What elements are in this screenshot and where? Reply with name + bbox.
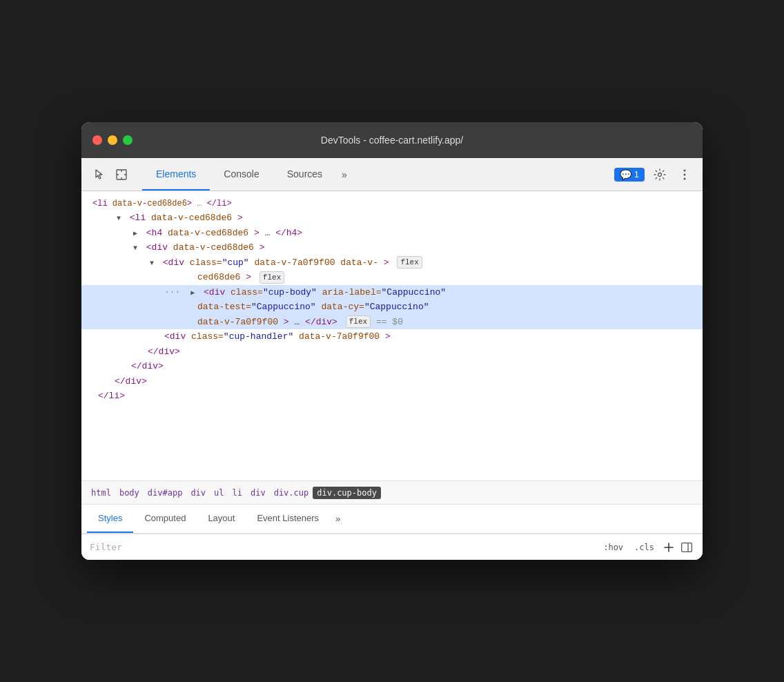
style-tab-event-listeners[interactable]: Event Listeners [246,505,330,533]
hov-filter-button[interactable]: :hov [599,541,627,554]
filter-bar: :hov .cls [81,534,703,560]
flex-badge[interactable]: flex [259,271,284,284]
html-line[interactable]: <div class="cup" data-v-7a0f9f00 data-v-… [81,255,703,271]
breadcrumb-item-ul[interactable]: ul [210,487,228,499]
svg-point-6 [684,169,686,171]
elements-panel: <li data-v-ced68de6> … </li> <li data-v-… [81,191,703,481]
devtools-toolbar-icons [90,158,131,191]
window-title: DevTools - coffee-cart.netlify.app/ [321,135,463,146]
selected-html-line[interactable]: ··· <div class="cup-body" aria-label="Ca… [81,285,703,300]
svg-point-7 [684,173,686,175]
html-line[interactable]: <div data-v-ced68de6 > [81,240,703,255]
expand-icon[interactable] [148,256,156,270]
expand-icon[interactable] [131,226,139,240]
tab-bar-right: 💬 1 [614,158,694,191]
styles-panel: Styles Computed Layout Event Listeners »… [81,505,703,560]
inspect-icon[interactable] [112,165,131,184]
breadcrumb-item-divcup[interactable]: div.cup [270,487,313,499]
notification-button[interactable]: 💬 1 [614,168,645,182]
breadcrumb-item-divcupbody[interactable]: div.cup-body [313,487,381,499]
breadcrumb-item-divapp[interactable]: div#app [144,487,187,499]
element-menu-dots[interactable]: ··· [164,287,180,298]
tab-elements[interactable]: Elements [142,158,210,191]
chat-icon: 💬 [620,169,631,180]
traffic-lights [92,135,133,145]
breadcrumb-item-html[interactable]: html [87,487,115,499]
maximize-button[interactable] [123,135,133,145]
tab-bar: Elements Console Sources » 💬 1 [81,158,703,191]
html-line[interactable]: </li> [81,389,703,404]
breadcrumb-bar: html body div#app div ul li div div.cup … [81,481,703,505]
add-style-rule-button[interactable] [661,540,676,555]
style-tab-more-button[interactable]: » [330,505,346,533]
flex-badge[interactable]: flex [397,256,422,269]
html-line[interactable]: </div> [81,374,703,389]
svg-point-5 [658,173,662,176]
more-options-button[interactable] [675,165,694,184]
tab-more-button[interactable]: » [336,158,353,191]
tab-console[interactable]: Console [210,158,273,191]
devtools-window: DevTools - coffee-cart.netlify.app/ El [81,122,703,560]
svg-point-8 [684,177,686,179]
breadcrumb-item-li[interactable]: li [228,487,246,499]
toggle-sidebar-button[interactable] [679,540,694,555]
style-tab-layout[interactable]: Layout [197,505,246,533]
html-line-continued: ced68de6 > flex [81,270,703,285]
svg-rect-11 [682,543,692,552]
cls-filter-button[interactable]: .cls [630,541,658,554]
filter-input[interactable] [90,542,594,552]
html-line[interactable]: <div class="cup-handler" data-v-7a0f9f00… [81,329,703,344]
minimize-button[interactable] [108,135,117,145]
tab-sources[interactable]: Sources [273,158,336,191]
filter-actions: :hov .cls [599,540,694,555]
selected-html-line-cont[interactable]: data-test="Cappuccino" data-cy="Cappucci… [81,300,703,315]
style-tab-styles[interactable]: Styles [87,505,133,533]
close-button[interactable] [92,135,102,145]
cursor-icon[interactable] [90,165,109,184]
html-line[interactable]: <li data-v-ced68de6 > [81,211,703,226]
selected-html-line-cont2[interactable]: data-v-7a0f9f00 > … </div> flex == $0 [81,315,703,330]
settings-button[interactable] [650,165,669,184]
expand-icon[interactable] [188,286,197,300]
styles-tabs: Styles Computed Layout Event Listeners » [81,505,703,534]
title-bar: DevTools - coffee-cart.netlify.app/ [81,122,703,158]
flex-badge[interactable]: flex [346,315,371,328]
html-line[interactable]: <h4 data-v-ced68de6 > … </h4> [81,226,703,241]
html-line[interactable]: </div> [81,344,703,360]
breadcrumb-item-body[interactable]: body [115,487,144,499]
html-line[interactable]: </div> [81,359,703,374]
style-tab-computed[interactable]: Computed [133,505,197,533]
expand-icon[interactable] [115,211,123,225]
breadcrumb-item-div2[interactable]: div [246,487,270,499]
breadcrumb-item-div[interactable]: div [186,487,210,499]
notification-count: 1 [634,169,639,179]
html-line[interactable]: <li data-v-ced68de6> … </li> [81,197,703,211]
expand-icon[interactable] [131,241,139,255]
